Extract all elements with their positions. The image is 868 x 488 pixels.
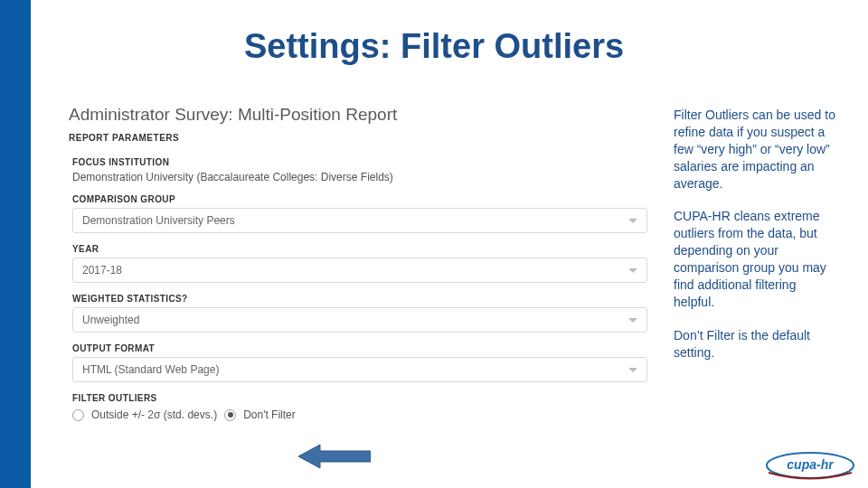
radio-label-outside-2sigma: Outside +/- 2σ (std. devs.) — [91, 408, 217, 421]
svg-text:cupa-hr: cupa-hr — [787, 457, 835, 472]
radio-label-dont-filter: Don't Filter — [243, 408, 296, 421]
label-focus-institution: FOCUS INSTITUTION — [72, 157, 660, 167]
chevron-down-icon — [628, 368, 637, 372]
chevron-down-icon — [628, 219, 637, 223]
value-focus-institution: Demonstration University (Baccalaureate … — [72, 171, 660, 183]
left-accent-bar — [0, 0, 31, 488]
dropdown-value: Demonstration University Peers — [82, 214, 235, 227]
cupa-hr-logo: cupa-hr — [765, 448, 855, 483]
dropdown-comparison-group[interactable]: Demonstration University Peers — [72, 208, 647, 233]
dropdown-weighted[interactable]: Unweighted — [72, 307, 647, 333]
label-weighted: WEIGHTED STATISTICS? — [72, 294, 660, 304]
label-filter-outliers: FILTER OUTLIERS — [72, 393, 660, 403]
dropdown-year[interactable]: 2017-18 — [72, 258, 647, 283]
explanation-p2: CUPA-HR cleans extreme outliers from the… — [674, 208, 836, 310]
radio-outside-2sigma[interactable] — [72, 409, 84, 421]
radio-dont-filter[interactable] — [224, 409, 236, 421]
dropdown-value: 2017-18 — [82, 264, 122, 277]
label-comparison-group: COMPARISON GROUP — [72, 194, 660, 204]
chevron-down-icon — [628, 318, 637, 323]
label-year: YEAR — [72, 244, 660, 254]
dropdown-value: HTML (Standard Web Page) — [82, 363, 219, 376]
report-title: Administrator Survey: Multi-Position Rep… — [63, 99, 660, 128]
report-parameters-panel: Administrator Survey: Multi-Position Rep… — [63, 99, 660, 461]
label-output-format: OUTPUT FORMAT — [72, 343, 660, 353]
slide-title: Settings: Filter Outliers — [0, 27, 868, 66]
dropdown-output-format[interactable]: HTML (Standard Web Page) — [72, 357, 647, 382]
explanation-text: Filter Outliers can be used to refine da… — [674, 107, 836, 378]
report-parameters-badge: REPORT PARAMETERS — [63, 131, 179, 146]
explanation-p1: Filter Outliers can be used to refine da… — [674, 107, 836, 192]
dropdown-value: Unweighted — [82, 314, 139, 326]
filter-outliers-radios: Outside +/- 2σ (std. devs.) Don't Filter — [72, 408, 660, 421]
chevron-down-icon — [628, 268, 637, 273]
explanation-p3: Don’t Filter is the default setting. — [674, 327, 836, 361]
